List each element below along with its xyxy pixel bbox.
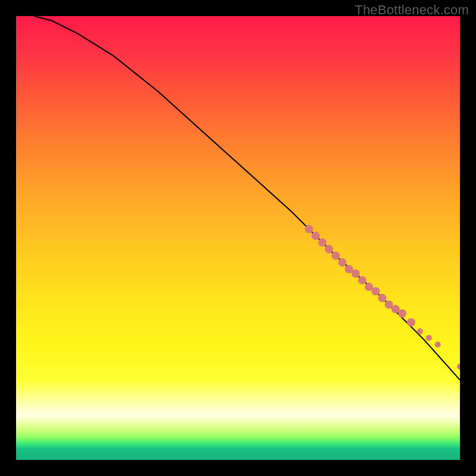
marker-dot <box>312 231 320 240</box>
chart-overlay <box>16 16 460 460</box>
marker-dot <box>378 294 386 302</box>
marker-dot <box>371 287 380 296</box>
marker-dot <box>398 309 406 318</box>
watermark-text: TheBottleneck.com <box>355 2 469 18</box>
marker-group <box>305 225 460 369</box>
marker-dot <box>331 252 340 260</box>
marker-dot <box>305 225 313 233</box>
marker-dot <box>457 364 460 369</box>
chart-stage: TheBottleneck.com <box>0 0 476 476</box>
marker-dot <box>338 258 346 267</box>
marker-dot <box>435 342 441 347</box>
bottleneck-curve <box>34 16 460 380</box>
marker-dot <box>426 335 432 341</box>
marker-dot <box>417 328 423 334</box>
marker-dot <box>358 276 367 284</box>
marker-dot <box>407 318 415 327</box>
marker-dot <box>325 245 333 253</box>
marker-dot <box>318 239 327 247</box>
marker-dot <box>352 270 360 278</box>
plot-area <box>16 16 460 460</box>
